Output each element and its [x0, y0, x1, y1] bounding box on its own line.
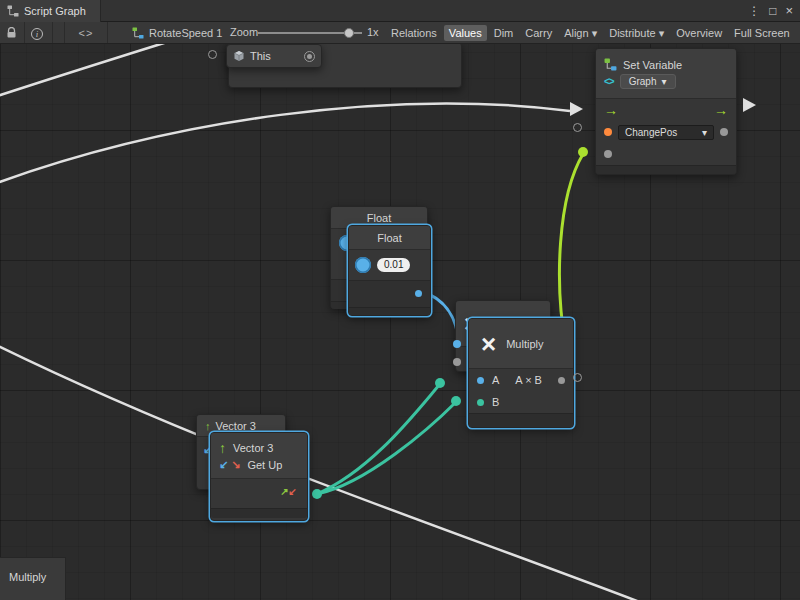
- multiply-port-a-label: A: [492, 374, 499, 386]
- up-arrow-icon: ↑: [219, 440, 226, 456]
- info-icon[interactable]: i: [31, 27, 43, 40]
- caret-down-icon: ▾: [661, 76, 666, 87]
- set-variable-title: Set Variable: [623, 59, 682, 71]
- variable-input-port[interactable]: [604, 128, 612, 136]
- multiply-back-port-b[interactable]: [453, 358, 461, 366]
- graph-asset-icon: [132, 27, 144, 39]
- graph-breadcrumb[interactable]: RotateSpeed 1: [132, 22, 222, 44]
- zoom-slider-handle[interactable]: [344, 28, 354, 38]
- variable-name: ChangePos: [625, 127, 677, 138]
- script-graph-window: This Set Variable <> Graph ▾: [0, 0, 800, 600]
- variable-name-dropdown[interactable]: ChangePos ▾: [618, 125, 714, 140]
- multiply-title: Multiply: [506, 338, 543, 350]
- tab-script-graph[interactable]: Script Graph: [0, 0, 101, 22]
- float-title: Float: [377, 232, 401, 244]
- float-value-field[interactable]: 0.01: [377, 258, 410, 272]
- window-titlebar: Script Graph ⋮ □ ×: [0, 0, 800, 22]
- float-node[interactable]: Float 0.01: [348, 225, 431, 316]
- distribute-button[interactable]: Distribute ▾: [604, 25, 669, 42]
- graph-name: RotateSpeed 1: [149, 27, 222, 39]
- fullscreen-button[interactable]: Full Screen: [729, 25, 795, 41]
- multiply-icon: ×: [481, 331, 496, 357]
- this-node-title: This: [250, 50, 271, 62]
- flow-in-arrow-icon[interactable]: →: [604, 103, 618, 117]
- multiply-port-a[interactable]: [477, 377, 484, 384]
- this-input-port[interactable]: [208, 50, 217, 59]
- up-arrow-icon: ↑: [205, 420, 211, 432]
- set-variable-node[interactable]: Set Variable <> Graph ▾ → → ChangePos ▾: [595, 48, 737, 175]
- self-port-icon[interactable]: [304, 51, 315, 62]
- variable-output-port[interactable]: [720, 128, 728, 136]
- vector3-node[interactable]: ↑ Vector 3 ↙ ↘ Get Up ↗↙: [210, 432, 308, 521]
- code-icon: <>: [604, 76, 614, 87]
- corner-multiply-node[interactable]: Multiply: [0, 557, 66, 600]
- kebab-menu-icon[interactable]: ⋮: [748, 4, 760, 18]
- float-back-title: Float: [367, 212, 391, 224]
- float-input-port[interactable]: [355, 257, 371, 273]
- down-right-arrow-icon: ↘: [231, 458, 240, 471]
- lock-icon[interactable]: [6, 27, 17, 41]
- script-graph-icon: [7, 5, 19, 17]
- restore-window-icon[interactable]: □: [769, 4, 776, 18]
- vector3-title: Vector 3: [233, 442, 273, 454]
- gameobject-cube-icon: [233, 50, 245, 62]
- vector3-operation: Get Up: [247, 459, 282, 471]
- carry-button[interactable]: Carry: [520, 25, 557, 41]
- multiply-back-port-a[interactable]: [453, 340, 461, 348]
- multiply-result-label: A × B: [515, 374, 542, 386]
- multiply-node[interactable]: × Multiply A A × B B: [468, 318, 574, 428]
- vector3-back-title: Vector 3: [216, 420, 256, 432]
- multiply-output-port[interactable]: [573, 373, 582, 382]
- caret-down-icon: ▾: [702, 127, 707, 138]
- overview-button[interactable]: Overview: [671, 25, 727, 41]
- setvariable-left-port[interactable]: [573, 123, 582, 132]
- values-button[interactable]: Values: [444, 25, 487, 41]
- corner-multiply-title: Multiply: [9, 571, 46, 583]
- graph-kind-button[interactable]: Graph ▾: [620, 74, 676, 89]
- tab-title: Script Graph: [24, 5, 86, 17]
- relations-button[interactable]: Relations: [386, 25, 442, 41]
- this-node[interactable]: This: [226, 44, 322, 68]
- zoom-label: Zoom: [230, 26, 258, 38]
- multiply-port-b-label: B: [492, 396, 499, 408]
- graph-kind-label: Graph: [629, 76, 657, 87]
- vector-axes-icon: ↗↙: [280, 486, 297, 497]
- multiply-result-port[interactable]: [558, 377, 565, 384]
- float-output-port[interactable]: [415, 290, 422, 297]
- multiply-port-b[interactable]: [477, 399, 484, 406]
- graph-toolbar: i <> RotateSpeed 1 Zoom 1x Relations Val…: [0, 22, 800, 44]
- flow-out-arrow-icon[interactable]: →: [714, 103, 728, 117]
- code-view-button[interactable]: <>: [64, 22, 108, 43]
- align-button[interactable]: Align ▾: [559, 25, 602, 42]
- down-left-arrow-icon: ↙: [219, 458, 228, 471]
- set-variable-icon: [604, 58, 617, 71]
- dim-button[interactable]: Dim: [489, 25, 519, 41]
- close-window-icon[interactable]: ×: [785, 3, 793, 18]
- zoom-value: 1x: [367, 26, 379, 38]
- fallback-input-port[interactable]: [604, 150, 612, 158]
